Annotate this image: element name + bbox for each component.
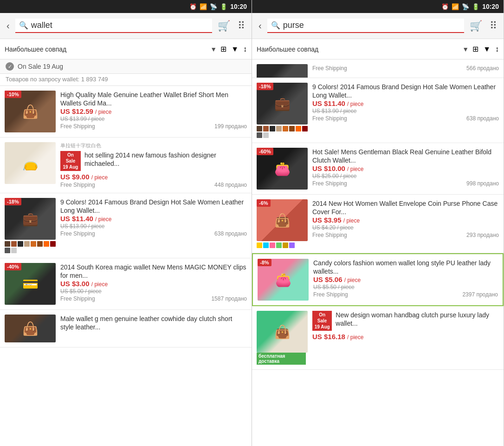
right-price-row-4: Free Shipping 2397 продано — [313, 290, 498, 298]
right-product-list: Free Shipping 566 продано 💼 -18% — [252, 59, 504, 446]
right-price-original-1: US $13.90 / piece — [312, 108, 499, 114]
left-items-count: Товаров по запросу wallet: 1 893 749 — [0, 74, 252, 86]
right-search-box[interactable]: 🔍 — [267, 19, 464, 33]
left-price-row-1: Free Shipping 199 продано — [60, 122, 247, 130]
left-product-img-icon-5: 👜 — [22, 321, 39, 336]
right-free-shipping-3: Free Shipping — [312, 232, 347, 238]
right-product-info-5: On Sale19 Aug New design woman handbag c… — [312, 311, 499, 341]
right-product-image-wrap-0 — [257, 64, 308, 78]
right-filter-icon[interactable]: ▼ — [483, 45, 491, 53]
left-sold-count-3: 638 продано — [214, 230, 247, 237]
left-product-info-1: High Quality Male Genuine Leather Wallet… — [60, 91, 247, 130]
left-product-info-3: 9 Colors! 2014 Famous Brand Design Hot S… — [60, 198, 247, 237]
left-product-item-3[interactable]: 💼 -18% 9 Colors! 2014 Famous Bra — [0, 193, 252, 258]
right-sold-count-3: 293 продано — [466, 232, 499, 238]
right-product-image-wrap-5: 👜 бесплатная доставка — [257, 311, 308, 365]
right-free-shipping-2: Free Shipping — [312, 180, 347, 187]
left-price-row-3: Free Shipping 638 продано — [60, 230, 247, 237]
right-free-shipping-4: Free Shipping — [313, 291, 348, 298]
right-panel: ⏰ 📶 📡 🔋 10:20 ‹ 🔍 🛒 ⠿ Наибольшее совпад … — [252, 0, 504, 446]
right-free-shipping-0: Free Shipping — [312, 65, 347, 72]
left-product-image-wrap-5: 👜 — [5, 315, 56, 342]
left-product-item-4[interactable]: 💳 -40% 2014 South Korea magic wallet New… — [0, 258, 252, 310]
right-product-title-3: 2014 New Hot Women Wallet Envelope Coin … — [312, 199, 499, 216]
left-product-img-icon-4: 💳 — [22, 276, 39, 292]
right-product-info-4: Candy colors fashion women wallet long s… — [313, 259, 498, 298]
left-product-title-3: 9 Colors! 2014 Famous Brand Design Hot S… — [60, 198, 247, 215]
left-product-title-5: Male wallet g men genuine leather cowhid… — [60, 315, 247, 331]
left-search-input[interactable] — [31, 20, 208, 30]
left-signal-icon: 📡 — [210, 3, 217, 10]
right-product-info-3: 2014 New Hot Women Wallet Envelope Coin … — [312, 199, 499, 238]
left-product-title-4: 2014 South Korea magic wallet New Mens M… — [60, 263, 247, 280]
left-grid-view-icon[interactable]: ⊞ — [220, 45, 226, 53]
right-signal-icon: 📡 — [462, 3, 469, 10]
right-product-image-wrap-4: 👛 -8% — [258, 259, 309, 301]
left-search-box[interactable]: 🔍 — [15, 19, 212, 33]
left-filter-icons: ⊞ ▼ ↕ — [220, 45, 247, 53]
right-grid-button[interactable]: ⠿ — [488, 18, 499, 34]
left-product-item-1[interactable]: 👜 -10% High Quality Male Genuine Leather… — [0, 86, 252, 138]
left-product-img-icon-1: 👜 — [22, 104, 39, 119]
right-sort-label: Наибольшее совпад — [257, 46, 459, 53]
left-free-shipping-1: Free Shipping — [60, 123, 95, 130]
right-sort-icon[interactable]: ↕ — [495, 45, 499, 53]
right-price-original-4: US $5.50 / piece — [313, 284, 498, 290]
left-search-icon: 🔍 — [19, 21, 28, 30]
left-product-item-2[interactable]: 👝 单拉链十字纹白色 On Sale19 Aug hot selling 201… — [0, 138, 252, 193]
right-product-title-5: New design woman handbag clutch purse lu… — [336, 311, 499, 328]
right-filter-icons: ⊞ ▼ ↕ — [472, 45, 499, 53]
left-alarm-icon: ⏰ — [189, 3, 197, 10]
right-product-img-icon-4: 👛 — [275, 272, 291, 288]
right-product-item-0[interactable]: Free Shipping 566 продано — [252, 59, 504, 78]
left-filter-icon[interactable]: ▼ — [231, 45, 239, 53]
right-product-image-wrap-3: 👜 -6% — [257, 199, 308, 248]
left-product-subtitle-2: 单拉链十字纹白色 — [60, 142, 247, 149]
right-price-current-2: US $10.00 / piece — [312, 164, 499, 172]
right-product-item-2[interactable]: 👛 -60% Hot Sale! Mens Gentleman Black Re… — [252, 143, 504, 195]
left-time: 10:20 — [230, 3, 247, 10]
right-product-img-icon-2: 👛 — [274, 161, 291, 177]
left-price-row-4: Free Shipping 1587 продано — [60, 295, 247, 302]
left-cart-button[interactable]: 🛒 — [216, 18, 232, 34]
left-price-current-2: US $9.00 / piece — [60, 173, 247, 181]
left-product-title-1: High Quality Male Genuine Leather Wallet… — [60, 91, 247, 107]
left-back-button[interactable]: ‹ — [5, 19, 12, 33]
left-sale-check-icon: ✓ — [6, 62, 14, 71]
left-free-shipping-3: Free Shipping — [60, 230, 95, 237]
left-price-original-1: US $13.99 / piece — [60, 116, 247, 122]
left-product-info-4: 2014 South Korea magic wallet New Mens M… — [60, 263, 247, 302]
left-panel: ⏰ 📶 📡 🔋 10:20 ‹ 🔍 🛒 ⠿ Наибольшее совпад … — [0, 0, 252, 446]
right-product-item-1[interactable]: 💼 -18% 9 Colors! 2014 Famous Bra — [252, 78, 504, 143]
left-product-info-5: Male wallet g men genuine leather cowhid… — [60, 315, 247, 331]
right-product-img-icon-5: 👜 — [274, 324, 291, 340]
right-search-input[interactable] — [283, 20, 460, 30]
left-product-title-2: hot selling 2014 new famous fashion desi… — [84, 151, 247, 168]
left-product-list: 👜 -10% High Quality Male Genuine Leather… — [0, 86, 252, 446]
right-product-item-4[interactable]: 👛 -8% Candy colors fashion women wallet … — [252, 253, 504, 306]
right-alarm-icon: ⏰ — [441, 3, 449, 10]
right-free-shipping-1: Free Shipping — [312, 115, 347, 122]
left-product-image-2: 👝 — [5, 142, 56, 184]
left-sold-count-4: 1587 продано — [211, 295, 247, 302]
right-cart-button[interactable]: 🛒 — [468, 18, 484, 34]
left-sort-dropdown[interactable]: ▼ — [210, 46, 217, 53]
right-sort-dropdown[interactable]: ▼ — [462, 46, 469, 53]
right-product-item-5[interactable]: 👜 бесплатная доставка On Sale19 Aug New … — [252, 306, 504, 370]
right-product-item-3[interactable]: 👜 -6% 2014 New Hot Women Wallet Envelope… — [252, 195, 504, 253]
right-search-icon: 🔍 — [271, 21, 280, 30]
left-price-current-4: US $3.00 / piece — [60, 280, 247, 288]
right-grid-view-icon[interactable]: ⊞ — [472, 45, 478, 53]
left-product-img-icon-3: 💼 — [22, 211, 39, 227]
left-grid-button[interactable]: ⠿ — [236, 18, 247, 34]
right-discount-badge-4: -8% — [258, 259, 271, 266]
right-back-button[interactable]: ‹ — [257, 19, 264, 33]
left-product-image-5: 👜 — [5, 315, 56, 342]
left-discount-badge-1: -10% — [5, 91, 21, 98]
left-product-item-5[interactable]: 👜 Male wallet g men genuine leather cowh… — [0, 310, 252, 348]
left-product-info-2: 单拉链十字纹白色 On Sale19 Aug hot selling 2014 … — [60, 142, 247, 188]
left-swatches-3 — [5, 241, 56, 253]
right-price-original-2: US $25.00 / piece — [312, 173, 499, 179]
left-sort-icon[interactable]: ↕ — [243, 45, 247, 53]
left-product-title-row-2: On Sale19 Aug hot selling 2014 new famou… — [60, 151, 247, 171]
